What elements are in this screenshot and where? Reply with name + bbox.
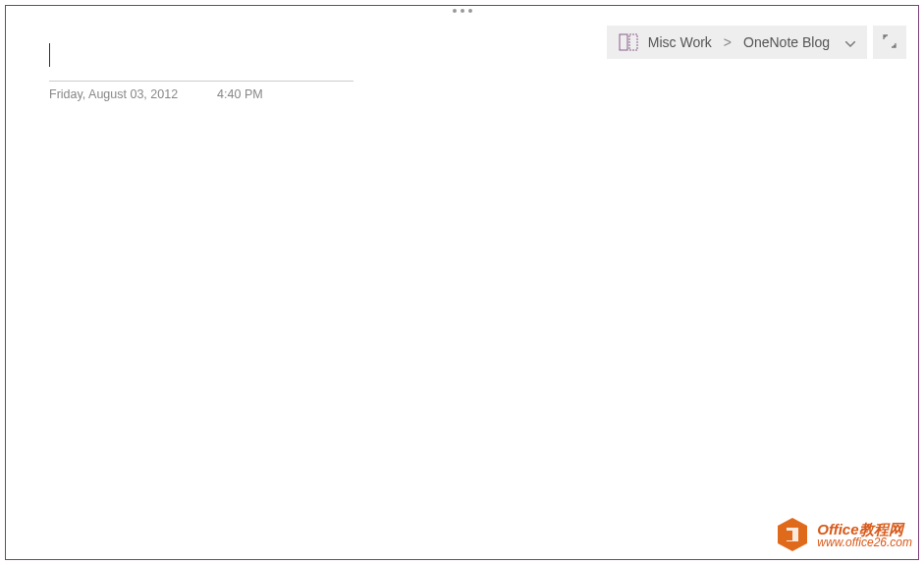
watermark-badge-icon	[774, 516, 811, 553]
notebook-icon	[619, 33, 638, 51]
breadcrumb-section: OneNote Blog	[743, 34, 830, 50]
note-meta: Friday, August 03, 2012 4:40 PM	[49, 87, 344, 101]
note-content-area[interactable]: Friday, August 03, 2012 4:40 PM	[49, 41, 344, 101]
watermark-line1: Office教程网	[817, 522, 912, 537]
text-cursor	[49, 43, 50, 67]
page-toolbar: Misc Work > OneNote Blog	[607, 26, 906, 59]
svg-rect-3	[787, 528, 798, 541]
svg-rect-1	[629, 34, 637, 50]
svg-marker-2	[778, 518, 807, 551]
title-underline	[49, 81, 353, 82]
svg-rect-0	[620, 34, 627, 50]
expand-button[interactable]	[873, 26, 906, 59]
watermark-line2: www.office26.com	[817, 537, 912, 548]
watermark: Office教程网 www.office26.com	[774, 516, 912, 553]
breadcrumb-separator: >	[724, 34, 732, 50]
location-breadcrumb-button[interactable]: Misc Work > OneNote Blog	[607, 26, 867, 59]
svg-rect-4	[784, 531, 792, 540]
breadcrumb-notebook: Misc Work	[648, 34, 712, 50]
note-time: 4:40 PM	[217, 87, 263, 101]
chevron-down-icon	[845, 34, 855, 50]
note-page-frame: Misc Work > OneNote Blog Friday, August …	[5, 5, 919, 560]
drag-handle-icon[interactable]	[453, 9, 472, 13]
watermark-text: Office教程网 www.office26.com	[817, 522, 912, 548]
page-title-input[interactable]	[49, 41, 344, 73]
expand-icon	[883, 34, 897, 51]
note-date: Friday, August 03, 2012	[49, 87, 178, 101]
